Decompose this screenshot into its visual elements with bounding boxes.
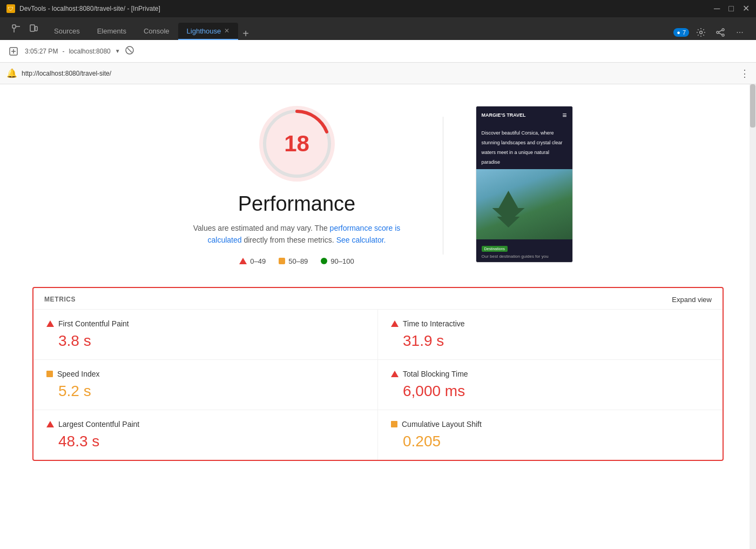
scrollbar[interactable]	[750, 84, 756, 549]
expand-view-button[interactable]: Expand view	[672, 296, 712, 304]
metric-cls: Cumulative Layout Shift 0.205	[378, 410, 723, 460]
screenshot-badge: Destinations	[482, 246, 508, 252]
metric-lcp-name: Largest Contentful Paint	[58, 420, 139, 429]
tab-close-icon[interactable]: ✕	[224, 27, 230, 35]
performance-title: Performance	[238, 192, 356, 216]
metric-tbt: Total Blocking Time 6,000 ms	[378, 360, 723, 410]
tab-sources[interactable]: Sources	[45, 23, 89, 40]
red-triangle-icon	[391, 320, 399, 327]
vertical-divider	[443, 117, 443, 255]
screenshot-caption: Our best destination guides for you	[482, 254, 567, 259]
devtools-icon: 🛡	[6, 4, 15, 13]
svg-point-5	[700, 31, 703, 34]
main-content: 18 Performance Values are estimated and …	[0, 84, 756, 549]
metric-fcp-value: 3.8 s	[58, 332, 364, 350]
tab-lighthouse[interactable]: Lighthouse ✕	[178, 23, 239, 40]
metric-tbt-name-row: Total Blocking Time	[391, 370, 710, 378]
score-area: 18 Performance Values are estimated and …	[184, 106, 410, 265]
red-triangle-icon	[46, 421, 54, 427]
tab-elements[interactable]: Elements	[89, 23, 135, 40]
svg-rect-0	[12, 25, 16, 28]
metrics-grid: First Contentful Paint 3.8 s Time to Int…	[33, 310, 723, 460]
metric-cls-name: Cumulative Layout Shift	[402, 420, 482, 429]
tree-shape	[492, 191, 525, 234]
metrics-header: METRICS Expand view	[33, 288, 723, 310]
metric-fcp-name-row: First Contentful Paint	[46, 319, 364, 328]
orange-square-icon	[391, 421, 397, 427]
tab-console[interactable]: Console	[135, 23, 178, 40]
device-toggle-button[interactable]	[26, 21, 41, 36]
metric-lcp: Largest Contentful Paint 48.3 s	[33, 410, 378, 460]
screenshot-preview: MARGIE'S TRAVEL ≡ Discover beautiful Cor…	[476, 106, 573, 263]
screenshot-menu-icon: ≡	[562, 111, 566, 119]
stop-loading-button[interactable]	[125, 45, 134, 57]
red-triangle-icon	[46, 320, 54, 327]
metric-tbt-name: Total Blocking Time	[403, 370, 468, 378]
metrics-box: METRICS Expand view First Contentful Pai…	[32, 287, 724, 461]
metric-fcp: First Contentful Paint 3.8 s	[33, 310, 378, 360]
more-options-button[interactable]: ···	[732, 25, 747, 40]
green-circle-icon	[321, 258, 327, 264]
minimize-button[interactable]: ─	[714, 4, 720, 13]
svg-rect-3	[30, 25, 35, 31]
close-button[interactable]: ✕	[742, 4, 750, 13]
performance-description: Values are estimated and may vary. The p…	[184, 222, 410, 246]
metric-lcp-value: 48.3 s	[58, 433, 364, 450]
window-title: DevTools - localhost:8080/travel-site/ -…	[19, 5, 160, 12]
url-bar: 🔔 http://localhost:8080/travel-site/ ⋮	[0, 63, 756, 84]
metric-si-name-row: Speed Index	[46, 370, 364, 378]
metric-si-name: Speed Index	[57, 370, 100, 378]
screenshot-top-bar: MARGIE'S TRAVEL ≡	[476, 106, 572, 124]
metric-cls-value: 0.205	[403, 433, 710, 450]
svg-point-6	[722, 29, 724, 31]
restore-button[interactable]: □	[728, 4, 734, 13]
legend-green: 90–100	[321, 257, 354, 265]
metric-cls-name-row: Cumulative Layout Shift	[391, 420, 710, 429]
url-text: http://localhost:8080/travel-site/	[22, 70, 111, 77]
gauge-background: 18	[259, 106, 335, 182]
svg-point-7	[717, 31, 719, 34]
metrics-label: METRICS	[44, 296, 76, 303]
tab-bar-right: ● 7 ···	[669, 25, 752, 40]
metric-tti-name-row: Time to Interactive	[391, 319, 710, 328]
metric-lcp-name-row: Largest Contentful Paint	[46, 420, 364, 429]
new-tab-button[interactable]	[6, 44, 21, 58]
metric-tbt-value: 6,000 ms	[403, 383, 710, 400]
svg-line-10	[719, 33, 722, 35]
performance-gauge: 18	[259, 106, 335, 182]
scrollbar-thumb[interactable]	[750, 84, 755, 128]
performance-section: 18 Performance Values are estimated and …	[0, 95, 756, 276]
screenshot-logo: MARGIE'S TRAVEL	[482, 112, 526, 118]
metric-si: Speed Index 5.2 s	[33, 360, 378, 410]
metric-si-value: 5.2 s	[58, 383, 364, 400]
orange-square-icon	[46, 371, 53, 377]
screenshot-text-area: Discover beautiful Corsica, where stunni…	[476, 124, 572, 169]
svg-rect-4	[35, 26, 37, 31]
address-separator: -	[62, 48, 64, 55]
settings-icon-button[interactable]	[693, 25, 708, 40]
red-triangle-icon	[391, 371, 399, 377]
devtools-icon-buttons	[4, 17, 45, 40]
performance-score: 18	[284, 131, 309, 157]
metric-tti: Time to Interactive 31.9 s	[378, 310, 723, 360]
metric-tti-value: 31.9 s	[403, 332, 710, 350]
address-host: localhost:8080	[69, 48, 110, 55]
notification-badge: ● 7	[673, 28, 689, 37]
calculator-link[interactable]: See calculator.	[336, 236, 386, 244]
share-icon-button[interactable]	[713, 25, 728, 40]
svg-line-9	[719, 30, 722, 32]
tab-add-button[interactable]: +	[238, 28, 253, 40]
legend-red: 0–49	[239, 257, 266, 265]
svg-point-8	[722, 34, 724, 36]
address-dropdown-icon[interactable]: ▼	[115, 48, 120, 54]
legend-orange: 50–89	[279, 257, 308, 265]
address-bar: 3:05:27 PM - localhost:8080 ▼	[0, 40, 756, 63]
svg-line-15	[127, 48, 132, 52]
url-more-button[interactable]: ⋮	[740, 68, 750, 79]
tab-bar: Sources Elements Console Lighthouse ✕ + …	[0, 17, 756, 40]
inspect-icon-button[interactable]	[9, 21, 24, 36]
screenshot-heading: Discover beautiful Corsica, where stunni…	[482, 130, 563, 165]
address-time: 3:05:27 PM	[25, 48, 58, 55]
metric-tti-name: Time to Interactive	[403, 319, 465, 328]
performance-legend: 0–49 50–89 90–100	[239, 257, 354, 265]
